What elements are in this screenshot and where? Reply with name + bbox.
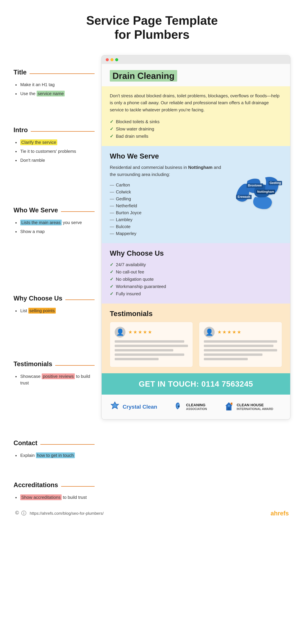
- intro-section-block: Don't stress about blocked drains, toile…: [102, 86, 290, 146]
- bullet-h1: Make it an H1 tag: [15, 82, 95, 88]
- bullet-map: Show a map: [15, 228, 95, 235]
- map-label-erewash: Erewash: [238, 195, 250, 198]
- stars-2: ★ ★ ★ ★ ★: [217, 329, 241, 335]
- area-carlton: Carlton: [110, 182, 225, 188]
- annotation-intro-section: Intro Clarify the service Tie it to cust…: [13, 99, 95, 164]
- annotation-heading-intro: Intro: [13, 126, 28, 134]
- why-checklist: 24/7 availability No call-out fee No obl…: [110, 261, 282, 298]
- map-container: Erewash Broxtowe Nottingham Gedling: [231, 164, 282, 211]
- clean-house-sub: INTERNATIONAL AWARD: [237, 407, 273, 411]
- bullet-customers: Tie it to customers' problems: [15, 148, 95, 155]
- service-title: Drain Cleaning: [110, 70, 177, 82]
- star-1-1: ★: [128, 329, 133, 335]
- why-bullets: List selling points: [15, 308, 95, 314]
- info-icon: ⓘ: [21, 510, 26, 517]
- why-point-1: 24/7 availability: [110, 261, 282, 268]
- check-item-2: Slow water draining: [110, 126, 282, 133]
- bullet-servicename: Use the service name: [15, 90, 95, 97]
- check-item-3: Bad drain smells: [110, 133, 282, 140]
- map-label-broxtowe: Broxtowe: [248, 184, 262, 187]
- annotation-accreditations-section: Accreditations Show accreditations to bu…: [13, 461, 95, 501]
- map-label-gedling: Gedling: [270, 181, 281, 184]
- browser-mockup: Drain Cleaning Don't stress about blocke…: [101, 55, 291, 420]
- annotation-contact-section: Contact Explain how to get in touch: [13, 389, 95, 459]
- why-point-4: Workmanship guaranteed: [110, 283, 282, 290]
- crystal-clean-name: Crystal Clean: [123, 404, 157, 410]
- area-burton-joyce: Burton Joyce: [110, 209, 225, 216]
- crystal-clean-text: Crystal Clean: [123, 404, 157, 410]
- bullet-show-accreditations: Show accreditations to build trust: [15, 494, 95, 501]
- text-line-1d: [115, 354, 184, 356]
- cleaning-assoc-sub: ASSOCIATION: [186, 407, 207, 411]
- text-line-2b: [204, 345, 274, 347]
- testimonial-header-1: 👤 ★ ★ ★ ★ ★: [115, 327, 188, 338]
- page-main-title: Service Page Template for Plumbers: [86, 14, 218, 42]
- avatar-icon-2: 👤: [205, 328, 213, 336]
- annotation-heading-who: Who We Serve: [13, 206, 58, 214]
- star-1-2: ★: [133, 329, 137, 335]
- connector-title: [29, 74, 95, 74]
- bullet-ramble: Don't ramble: [15, 157, 95, 164]
- map-svg: Erewash Broxtowe Nottingham Gedling: [231, 164, 282, 211]
- svg-point-6: [178, 406, 180, 408]
- contact-bullets: Explain how to get in touch: [15, 452, 95, 459]
- why-point-2: No call-out fee: [110, 268, 282, 276]
- accred-crystal-clean: Crystal Clean: [110, 401, 157, 413]
- stars-1: ★ ★ ★ ★ ★: [128, 329, 152, 335]
- avatar-1: 👤: [115, 327, 126, 338]
- ahrefs-logo: ahrefs: [271, 510, 289, 517]
- annotation-heading-contact: Contact: [13, 440, 37, 447]
- highlight-positive-reviews: positive reviews: [42, 374, 75, 379]
- connector-contact: [40, 444, 95, 445]
- check-item-1: Blocked toilets & sinks: [110, 118, 282, 126]
- why-point-5: Fully insured: [110, 290, 282, 298]
- connector-accreditations: [61, 486, 95, 487]
- browser-dot-green: [115, 58, 118, 61]
- intro-checklist: Blocked toilets & sinks Slow water drain…: [110, 118, 282, 140]
- area-netherfield: Netherfield: [110, 202, 225, 209]
- annotation-heading-why: Why Choose Us: [13, 295, 62, 302]
- intro-bullets: Clarify the service Tie it to customers'…: [15, 139, 95, 164]
- star-2-1: ★: [217, 329, 222, 335]
- area-gedling: Gedling: [110, 196, 225, 202]
- clean-house-name: CLEAN HOUSE: [237, 403, 273, 407]
- text-line-2c: [204, 349, 277, 352]
- text-line-1a: [115, 340, 184, 343]
- text-line-2d: [204, 354, 263, 356]
- who-desc: Residential and commercial business in N…: [110, 164, 225, 178]
- star-2-4: ★: [232, 329, 236, 335]
- connector-who: [61, 211, 95, 212]
- intro-paragraph: Don't stress about blocked drains, toile…: [110, 92, 282, 114]
- text-line-1e: [115, 358, 158, 360]
- who-bullets: Lists the main areas you serve Show a ma…: [15, 219, 95, 235]
- left-panel: Title Make it an H1 tag Use the service …: [13, 55, 101, 503]
- testimonials-grid: 👤 ★ ★ ★ ★ ★: [110, 322, 282, 367]
- testimonials-heading: Testimonials: [110, 310, 282, 318]
- star-2-5: ★: [237, 329, 241, 335]
- star-2-2: ★: [222, 329, 226, 335]
- highlight-show-accreditations: Show accreditations: [20, 494, 62, 500]
- who-section-block: Who We Serve Residential and commercial …: [102, 146, 290, 243]
- who-heading: Who We Serve: [110, 152, 282, 160]
- avatar-2: 👤: [204, 327, 215, 338]
- annotation-why-section: Why Choose Us List selling points: [13, 237, 95, 314]
- accreditations-bullets: Show accreditations to build trust: [15, 494, 95, 501]
- text-line-2a: [204, 340, 277, 343]
- annotation-heading-title: Title: [13, 69, 26, 76]
- title-line2: for Plumbers: [115, 28, 189, 41]
- area-bulcote: Bulcote: [110, 223, 225, 230]
- highlight-get-in-touch: how to get in touch: [36, 452, 75, 458]
- browser-topbar: [102, 56, 290, 64]
- text-line-1b: [115, 345, 188, 347]
- annotation-who-section: Who We Serve Lists the main areas you se…: [13, 166, 95, 235]
- service-title-block: Drain Cleaning: [102, 64, 290, 86]
- accred-clean-house: CLEAN HOUSE INTERNATIONAL AWARD: [224, 402, 273, 412]
- title-line1: Service Page Template: [86, 14, 218, 27]
- contact-section-block: GET IN TOUCH: 0114 7563245: [102, 373, 290, 394]
- accreditations-section-block: Crystal Clean: [102, 394, 290, 419]
- footer-left: © ⓘ https://ahrefs.com/blog/seo-for-plum…: [15, 510, 104, 517]
- testimonials-section-block: Testimonials 👤 ★ ★ ★: [102, 304, 290, 373]
- highlight-service-name: service name: [37, 91, 65, 96]
- browser-dot-red: [106, 58, 109, 61]
- annotation-testimonials-section: Testimonials Showcase positive reviews t…: [13, 316, 95, 386]
